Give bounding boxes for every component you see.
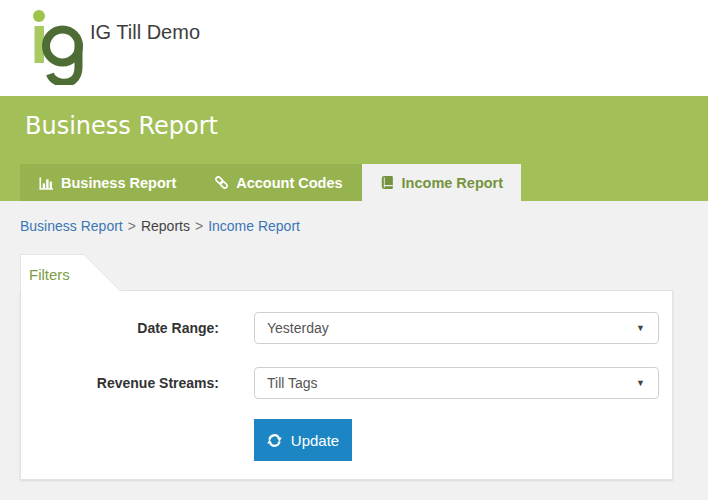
- page-title: Business Report: [25, 112, 218, 140]
- tab-income-report[interactable]: Income Report: [362, 164, 522, 201]
- filters-tab: Filters: [20, 254, 122, 292]
- breadcrumb-business-report[interactable]: Business Report: [20, 218, 123, 234]
- breadcrumb-separator: >: [128, 218, 136, 234]
- logo-i-dot: [33, 10, 45, 22]
- page-banner: Business Report Business Report Account …: [0, 96, 708, 201]
- update-button[interactable]: Update: [254, 419, 352, 461]
- tab-label: Account Codes: [236, 175, 342, 191]
- date-range-label: Date Range:: [21, 320, 254, 336]
- breadcrumb-income-report[interactable]: Income Report: [208, 218, 300, 234]
- breadcrumb-reports: Reports: [141, 218, 190, 234]
- date-range-row: Date Range: Yesterday ▼: [21, 312, 672, 344]
- report-tabs: Business Report Account Codes Income Rep…: [20, 164, 521, 201]
- tab-label: Business Report: [61, 175, 176, 191]
- filters-panel: Date Range: Yesterday ▼ Revenue Streams:…: [20, 290, 673, 480]
- app-title: IG Till Demo: [90, 21, 200, 44]
- revenue-streams-select[interactable]: Till Tags: [254, 367, 659, 399]
- breadcrumb: Business Report>Reports>Income Report: [20, 218, 708, 238]
- ig-logo: [28, 9, 86, 89]
- update-button-label: Update: [291, 432, 339, 449]
- breadcrumb-separator: >: [195, 218, 203, 234]
- revenue-streams-label: Revenue Streams:: [21, 375, 254, 391]
- filters-section: Filters Date Range: Yesterday ▼ Revenue …: [20, 254, 673, 480]
- tab-label: Income Report: [402, 175, 504, 191]
- filters-tab-label: Filters: [29, 266, 70, 283]
- date-range-select[interactable]: Yesterday: [254, 312, 659, 344]
- book-icon: [380, 175, 395, 190]
- logo-g-ring: [46, 30, 79, 63]
- tab-account-codes[interactable]: Account Codes: [195, 164, 361, 201]
- tab-business-report[interactable]: Business Report: [20, 164, 195, 201]
- link-icon: [214, 175, 229, 190]
- bar-chart-icon: [39, 176, 54, 190]
- app-header: IG Till Demo: [0, 0, 708, 96]
- refresh-icon: [267, 433, 282, 448]
- revenue-streams-row: Revenue Streams: Till Tags ▼: [21, 367, 672, 399]
